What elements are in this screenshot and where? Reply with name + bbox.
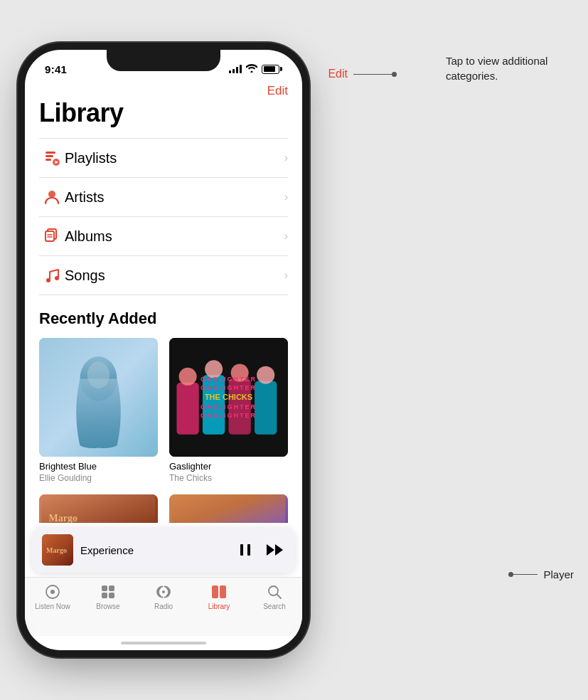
svg-point-39: [162, 590, 165, 593]
edit-annotation-line: [353, 74, 396, 75]
svg-rect-37: [102, 593, 107, 598]
listen-now-label: Listen Now: [35, 603, 70, 610]
svg-rect-36: [109, 585, 114, 591]
signal-icon: [229, 65, 242, 73]
svg-rect-29: [240, 544, 243, 556]
songs-icon: [39, 266, 65, 285]
iphone-frame: 9:41: [25, 50, 302, 650]
svg-marker-32: [275, 544, 283, 556]
songs-chevron: ›: [284, 269, 288, 282]
mini-player-info: Experience: [80, 544, 230, 556]
library-item-albums[interactable]: Albums ›: [39, 217, 288, 256]
svg-rect-7: [46, 231, 54, 241]
fast-forward-button[interactable]: [265, 541, 285, 558]
annotation-categories: Tap to view additional categories.: [446, 53, 574, 83]
library-list: Playlists › Artists ›: [39, 138, 288, 295]
listen-now-icon: [44, 583, 61, 600]
gaslighter-line1: GASLIGHTER: [201, 376, 257, 383]
playlists-icon: [39, 149, 65, 167]
svg-point-10: [46, 278, 50, 282]
annotation-edit: Edit: [328, 68, 396, 80]
mini-player-title: Experience: [80, 544, 230, 556]
mini-player[interactable]: Margo Experience: [32, 527, 295, 573]
songs-label: Songs: [65, 267, 284, 284]
tab-library[interactable]: Library: [191, 583, 247, 610]
album-art-gaslighter: GASLIGHTER GASLIGHTER THE CHICKS GASLIGH…: [169, 338, 288, 457]
playlists-label: Playlists: [65, 150, 284, 166]
gaslighter-line3: GASLIGHTER: [201, 403, 257, 410]
annotation-player: Player: [509, 568, 574, 580]
page-title: Library: [39, 98, 288, 128]
album-artist-brightest-blue: Ellie Goulding: [39, 473, 158, 483]
album-name-brightest-blue: Brightest Blue: [39, 461, 158, 473]
svg-point-11: [55, 276, 59, 280]
artists-icon: [39, 188, 65, 206]
search-icon: [266, 583, 283, 600]
svg-marker-31: [267, 544, 274, 556]
svg-point-5: [48, 191, 55, 198]
mini-player-art: Margo: [42, 534, 73, 566]
albums-chevron: ›: [284, 230, 288, 243]
album-card-brightest-blue[interactable]: Brightest Blue Ellie Goulding: [39, 338, 158, 483]
svg-rect-0: [46, 152, 55, 154]
notch: [107, 50, 220, 71]
playlists-chevron: ›: [284, 152, 288, 164]
svg-text:Margo: Margo: [49, 513, 77, 523]
svg-line-43: [277, 595, 282, 599]
svg-rect-35: [102, 585, 107, 591]
artists-chevron: ›: [284, 191, 288, 203]
pause-button[interactable]: [237, 541, 254, 558]
home-bar: [121, 642, 206, 645]
scene: 9:41: [0, 0, 588, 700]
artists-label: Artists: [65, 189, 284, 206]
tab-search[interactable]: Search: [247, 583, 302, 610]
tab-bar: Listen Now Browse Radio: [25, 577, 302, 636]
svg-point-14: [87, 361, 109, 388]
player-annotation-text: Player: [543, 568, 574, 580]
svg-rect-2: [46, 159, 51, 161]
main-content: Edit Library: [25, 81, 302, 523]
recently-added-title: Recently Added: [39, 309, 288, 328]
svg-rect-26: [172, 494, 286, 523]
svg-rect-30: [247, 544, 250, 556]
library-icon: [210, 583, 228, 600]
radio-icon: [155, 583, 172, 600]
svg-rect-40: [212, 585, 218, 598]
edit-button[interactable]: Edit: [267, 84, 288, 98]
album-grid-bottom: Margo: [39, 494, 288, 523]
library-item-artists[interactable]: Artists ›: [39, 178, 288, 217]
browse-label: Browse: [96, 603, 119, 610]
radio-label: Radio: [154, 603, 173, 610]
album-art-brightest-blue: [39, 338, 158, 457]
svg-point-34: [50, 590, 55, 594]
tab-browse[interactable]: Browse: [80, 583, 136, 610]
svg-rect-38: [109, 593, 114, 598]
album-artist-gaslighter: The Chicks: [169, 473, 288, 483]
tab-radio[interactable]: Radio: [136, 583, 191, 610]
svg-rect-1: [46, 155, 53, 157]
svg-text:Margo: Margo: [46, 546, 67, 554]
edit-annotation-label: Edit: [328, 68, 348, 80]
status-time: 9:41: [45, 63, 67, 75]
gaslighter-line2: GASLIGHTER: [201, 384, 257, 391]
albums-icon: [39, 227, 65, 245]
categories-annotation-text: Tap to view additional categories.: [446, 55, 547, 82]
mini-player-controls: [237, 541, 285, 558]
player-annotation-line: [509, 574, 538, 575]
recently-added-section: Recently Added: [39, 309, 288, 523]
library-item-playlists[interactable]: Playlists ›: [39, 139, 288, 178]
album-name-gaslighter: Gaslighter: [169, 461, 288, 473]
search-label: Search: [263, 603, 286, 610]
svg-rect-41: [220, 585, 226, 598]
tab-listen-now[interactable]: Listen Now: [25, 583, 80, 610]
gaslighter-line4: GASLIGHTER: [201, 412, 257, 419]
album-art-purple-partial: [169, 494, 288, 523]
browse-icon: [100, 583, 117, 600]
library-label: Library: [208, 603, 230, 610]
wifi-icon: [246, 64, 257, 75]
library-item-songs[interactable]: Songs ›: [39, 256, 288, 295]
album-art-margo-partial: Margo: [39, 494, 158, 523]
album-card-gaslighter[interactable]: GASLIGHTER GASLIGHTER THE CHICKS GASLIGH…: [169, 338, 288, 483]
home-indicator: [25, 636, 302, 650]
status-icons: [229, 64, 282, 75]
